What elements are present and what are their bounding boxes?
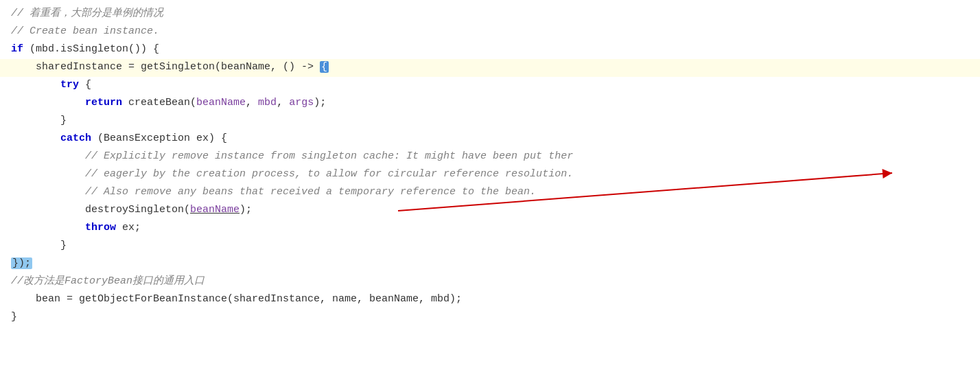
keyword-text: catch (60, 133, 91, 144)
code-line: //改方法是FactoryBean接口的通用入口 (0, 273, 980, 291)
code-line: sharedInstance = getSingleton(beanName, … (0, 59, 980, 77)
normal-text: } (11, 240, 67, 251)
comment-text: // Explicitly remove instance from singl… (11, 150, 573, 162)
normal-text: (mbd.isSingleton()) { (23, 43, 159, 55)
normal-text: } (11, 311, 17, 323)
code-line: bean = getObjectForBeanInstance(sharedIn… (0, 291, 980, 309)
keyword-text: return (85, 97, 122, 108)
param-text: mbd (258, 97, 277, 108)
highlight-box-blue: }); (11, 257, 32, 269)
param-underline-text: beanName (190, 204, 240, 216)
keyword-text: if (11, 43, 23, 55)
code-line: // eagerly by the creation process, to a… (0, 166, 980, 184)
code-line: } (0, 238, 980, 255)
code-container: // 着重看，大部分是单例的情况// Create bean instance.… (0, 0, 980, 332)
normal-text (11, 222, 85, 233)
comment-text: // eagerly by the creation process, to a… (11, 168, 573, 180)
param-text: beanName (196, 97, 246, 108)
code-line: try { (0, 77, 980, 95)
keyword-text: try (60, 79, 79, 91)
comment-chinese-text: //改方法是FactoryBean接口的通用入口 (11, 275, 205, 287)
keyword-text: throw (85, 222, 116, 233)
comment-text: // Also remove any beans that received a… (11, 186, 536, 198)
normal-text: , (246, 97, 258, 108)
normal-text: } (11, 115, 67, 126)
code-line: } (0, 309, 980, 327)
code-line: // 着重看，大部分是单例的情况 (0, 5, 980, 23)
code-line: return createBean(beanName, mbd, args); (0, 95, 980, 113)
normal-text: , (277, 97, 289, 108)
code-line: if (mbd.isSingleton()) { (0, 41, 980, 59)
comment-text: // Create bean instance. (11, 25, 159, 37)
comment-text: // 着重看，大部分是单例的情况 (11, 8, 163, 19)
normal-text: ); (240, 204, 252, 216)
code-line: // Create bean instance. (0, 23, 980, 41)
normal-text: bean = getObjectForBeanInstance(sharedIn… (11, 293, 462, 305)
normal-text: destroySingleton( (11, 204, 190, 216)
normal-text: (BeansException ex) { (91, 133, 227, 144)
normal-text (11, 133, 60, 144)
code-line: }); (0, 255, 980, 273)
normal-text: ex; (116, 222, 141, 233)
param-text: args (289, 97, 314, 108)
normal-text (11, 97, 85, 108)
code-line: // Also remove any beans that received a… (0, 184, 980, 202)
highlight-box: { (320, 61, 329, 73)
code-line: throw ex; (0, 220, 980, 238)
normal-text: createBean( (122, 97, 196, 108)
normal-text: { (79, 79, 91, 91)
normal-text: ); (314, 97, 326, 108)
code-line: } (0, 113, 980, 130)
normal-text (11, 79, 60, 91)
code-line: // Explicitly remove instance from singl… (0, 148, 980, 166)
normal-text: sharedInstance = getSingleton(beanName, … (11, 61, 320, 73)
code-line: destroySingleton(beanName); (0, 202, 980, 220)
code-line: catch (BeansException ex) { (0, 130, 980, 148)
